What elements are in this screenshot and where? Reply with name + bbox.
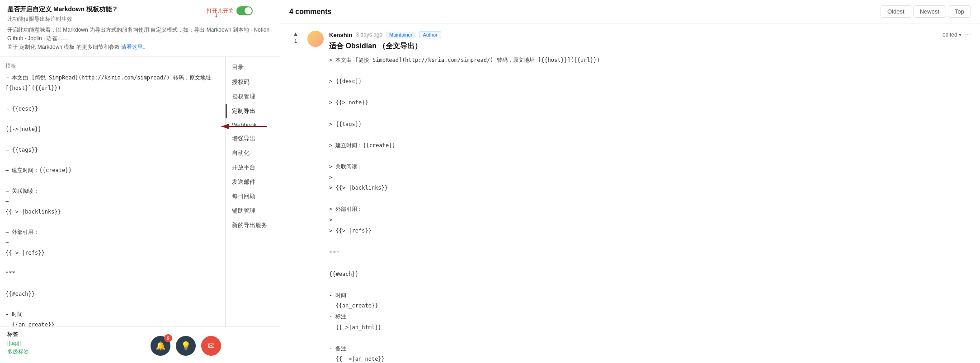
notification-icon: 🔔 bbox=[155, 341, 165, 351]
comment-content: Kenshin 3 days ago Maintainer Author edi… bbox=[329, 31, 971, 363]
template-line-5: {{->|note}} bbox=[5, 124, 220, 135]
body-line-28: {{ >|an_note}} bbox=[329, 354, 971, 363]
template-line-12: → bbox=[5, 196, 220, 207]
body-line-2 bbox=[329, 66, 971, 76]
badge-maintainer: Maintainer bbox=[386, 32, 415, 38]
sidebar-item-automation[interactable]: 自动化 bbox=[226, 146, 280, 160]
body-line-21 bbox=[329, 280, 971, 290]
comment-title: 适合 Obsidian （全文导出） bbox=[329, 42, 971, 51]
comment-time: 3 days ago bbox=[356, 32, 382, 38]
desc-line1: 开启此功能意味着，以 Markdown 为导出方式的服务均使用 自定义模式，如：… bbox=[7, 27, 273, 42]
body-line-18 bbox=[329, 237, 971, 247]
body-line-27: - 备注 bbox=[329, 344, 971, 354]
sidebar-item-enhanced-export[interactable]: 增强导出 bbox=[226, 131, 280, 146]
toggle-label: 打开此开关 bbox=[207, 7, 234, 15]
nav-header: 目录 bbox=[226, 60, 280, 75]
template-line-2 bbox=[5, 93, 220, 104]
template-line-10 bbox=[5, 176, 220, 186]
body-line-8 bbox=[329, 130, 971, 140]
body-line-11: > 关联阅读： bbox=[329, 162, 971, 172]
sidebar-item-new-export[interactable]: 新的导出服务 bbox=[226, 218, 280, 233]
template-line-21: {{#each}} bbox=[5, 289, 220, 299]
desc-link[interactable]: 请看这里。 bbox=[121, 44, 148, 50]
notification-button[interactable]: 🔔 9 bbox=[151, 336, 170, 356]
sort-buttons: Oldest Newest Top bbox=[881, 5, 971, 18]
tag-row-2: [[tag]] bbox=[7, 340, 273, 346]
tag-link-2[interactable]: 多级标签 bbox=[7, 349, 29, 355]
desc-link-prefix: 关于 定制化 Markdown 模板 的更多细节和参数 bbox=[7, 44, 121, 50]
body-line-20: {{#each}} bbox=[329, 270, 971, 279]
template-line-14 bbox=[5, 217, 220, 227]
template-line-1: → 本文由 [简悦 SimpRead](http://ksria.com/sim… bbox=[5, 73, 220, 93]
body-line-3: > {{desc}} bbox=[329, 77, 971, 87]
template-line-13: {{-> |backlinks}} bbox=[5, 207, 220, 217]
template-line-11: → 关联阅读： bbox=[5, 186, 220, 196]
vote-up-button[interactable]: ▲ bbox=[292, 31, 299, 37]
body-line-10 bbox=[329, 151, 971, 161]
message-button[interactable]: ✉ bbox=[201, 336, 221, 356]
comment-item: ▲ 1 Kenshin 3 days ago Maintainer Author… bbox=[289, 31, 971, 363]
comment-meta: Kenshin 3 days ago Maintainer Author edi… bbox=[329, 31, 971, 39]
toggle-arrow-icon: ↓ bbox=[214, 10, 218, 19]
body-divider: *** bbox=[329, 247, 971, 258]
sort-oldest[interactable]: Oldest bbox=[881, 5, 911, 18]
comments-header: 4 comments Oldest Newest Top bbox=[280, 0, 980, 23]
comment-actions: edited ▾ ··· bbox=[942, 31, 971, 39]
sidebar-item-auth-code[interactable]: 授权码 bbox=[226, 75, 280, 89]
comment-author: Kenshin bbox=[329, 32, 352, 38]
template-line-9: → 建立时间：{{create}} bbox=[5, 165, 220, 176]
comments-body[interactable]: ▲ 1 Kenshin 3 days ago Maintainer Author… bbox=[280, 23, 980, 363]
template-editor[interactable]: 模板 → 本文由 [简悦 SimpRead](http://ksria.com/… bbox=[0, 57, 226, 326]
tag-row-1: 标签 bbox=[7, 330, 273, 338]
sort-newest[interactable]: Newest bbox=[913, 5, 946, 18]
body-line-7: > {{tags}} bbox=[329, 120, 971, 130]
right-panel: 4 comments Oldest Newest Top ▲ 1 Kenshin… bbox=[280, 0, 980, 363]
body-line-6 bbox=[329, 109, 971, 119]
sidebar-item-webhook[interactable]: Webhook bbox=[226, 118, 280, 131]
template-line-15: → 外部引用： bbox=[5, 227, 220, 237]
badge-author: Author bbox=[419, 31, 441, 38]
tag-link-1[interactable]: [[tag]] bbox=[7, 340, 21, 346]
sidebar-item-assist-mgmt[interactable]: 辅助管理 bbox=[226, 204, 280, 218]
left-main: 模板 → 本文由 [简悦 SimpRead](http://ksria.com/… bbox=[0, 57, 280, 326]
body-line-15: > 外部引用： bbox=[329, 205, 971, 214]
body-line-12: > bbox=[329, 173, 971, 183]
message-icon: ✉ bbox=[208, 341, 215, 351]
sidebar-item-open-platform[interactable]: 开放平台 bbox=[226, 160, 280, 175]
template-line-23: - 时间 bbox=[5, 309, 220, 320]
body-line-26 bbox=[329, 333, 971, 343]
tag-row-3: 多级标签 bbox=[7, 348, 273, 356]
bulb-button[interactable]: 💡 bbox=[176, 336, 196, 356]
template-line-7: → {{tags}} bbox=[5, 145, 220, 155]
float-buttons: 🔔 9 💡 ✉ bbox=[151, 336, 221, 356]
sidebar-item-custom-export[interactable]: 定制导出 bbox=[226, 104, 280, 118]
sidebar-item-send-email[interactable]: 发送邮件 bbox=[226, 175, 280, 189]
edited-button[interactable]: edited ▾ bbox=[942, 32, 961, 38]
body-line-14 bbox=[329, 194, 971, 204]
body-line-23: {{an_create}} bbox=[329, 301, 971, 311]
edited-label: edited bbox=[942, 32, 957, 38]
tag-label-1: 标签 bbox=[7, 331, 18, 337]
template-line-4 bbox=[5, 114, 220, 124]
body-line-16: > bbox=[329, 215, 971, 225]
template-line-6 bbox=[5, 135, 220, 145]
template-line-17: {{-> |refs}} bbox=[5, 248, 220, 258]
comment-body: > 本文由 [简悦 SimpRead](http://ksria.com/sim… bbox=[329, 56, 971, 363]
sidebar-item-daily-review[interactable]: 每日回顾 bbox=[226, 189, 280, 204]
body-line-9: > 建立时间：{{create}} bbox=[329, 141, 971, 151]
template-line-20 bbox=[5, 279, 220, 289]
sidebar-nav: 目录 授权码 授权管理 定制导出 Webhook 增强导出 自动化 开放平台 发… bbox=[226, 57, 280, 326]
more-options-button[interactable]: ··· bbox=[965, 31, 971, 39]
chevron-down-icon: ▾ bbox=[959, 32, 961, 38]
template-line-16: → bbox=[5, 237, 220, 248]
tags-area: 标签 [[tag]] 多级标签 bbox=[0, 326, 280, 363]
notification-badge: 9 bbox=[164, 334, 172, 342]
body-line-17: > {{> |refs}} bbox=[329, 226, 971, 236]
toggle-switch[interactable] bbox=[236, 6, 253, 15]
sidebar-item-auth-mgmt[interactable]: 授权管理 bbox=[226, 89, 280, 104]
template-line-22 bbox=[5, 299, 220, 310]
template-line-3: → {{desc}} bbox=[5, 104, 220, 114]
template-line-24: {{an_create}} bbox=[5, 320, 220, 326]
comment-vote: ▲ 1 bbox=[289, 31, 302, 363]
sort-top[interactable]: Top bbox=[948, 5, 971, 18]
